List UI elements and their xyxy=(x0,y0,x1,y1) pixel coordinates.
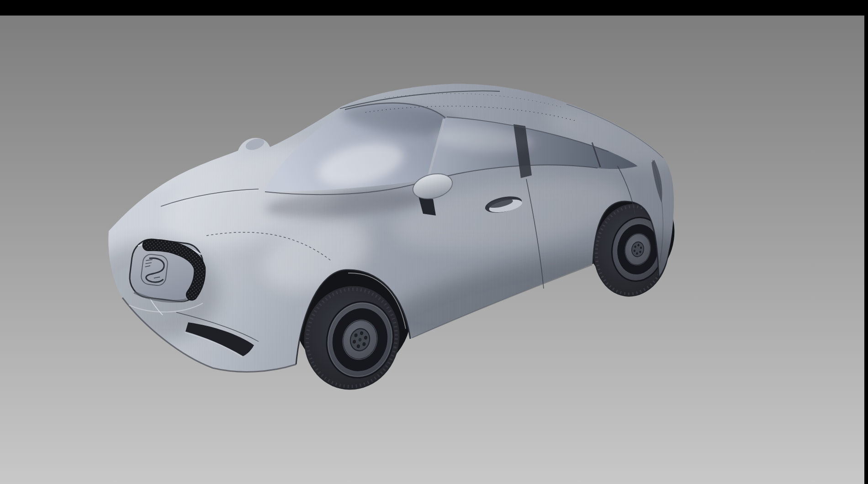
right-frame-bar xyxy=(864,0,868,484)
top-frame-bar xyxy=(0,0,868,16)
application-window xyxy=(0,0,868,484)
3d-viewport-canvas[interactable] xyxy=(0,0,868,484)
front-grille xyxy=(127,237,205,305)
